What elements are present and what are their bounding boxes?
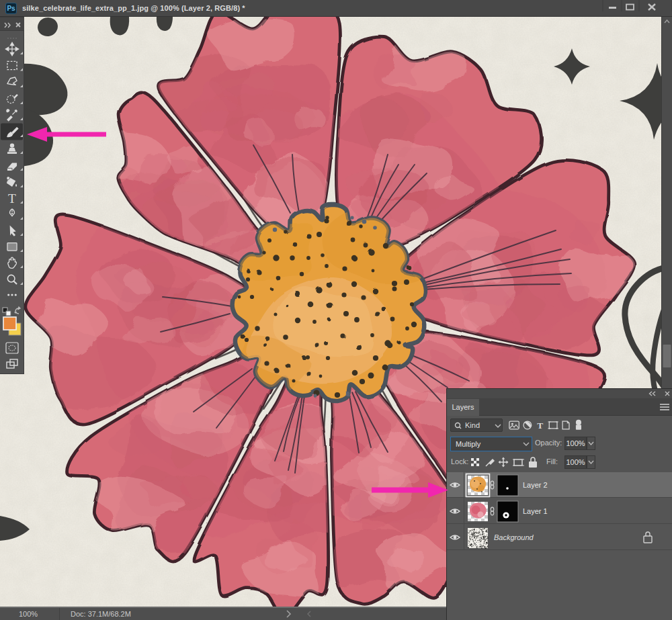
svg-text:T: T [8, 191, 16, 206]
svg-text:Multiply: Multiply [456, 440, 481, 448]
svg-text:T: T [537, 420, 543, 431]
svg-text:Layer 2: Layer 2 [523, 481, 548, 489]
svg-text:Background: Background [494, 533, 534, 541]
svg-text:Kind: Kind [465, 421, 480, 429]
svg-text:Layer 1: Layer 1 [523, 507, 548, 515]
